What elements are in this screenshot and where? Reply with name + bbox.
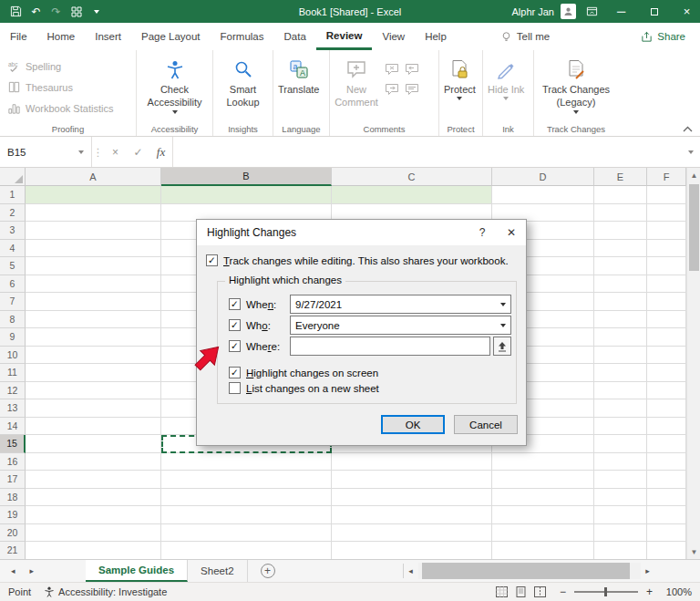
- cell-B19[interactable]: [161, 506, 332, 524]
- ribbon-display-options-icon[interactable]: [582, 2, 602, 21]
- cell-A17[interactable]: [26, 471, 161, 489]
- cell-A2[interactable]: [26, 204, 161, 223]
- cell-A4[interactable]: [26, 240, 161, 258]
- vertical-scrollbar[interactable]: ▲ ▼: [686, 168, 700, 559]
- cell-E21[interactable]: [594, 542, 647, 560]
- cell-E10[interactable]: [594, 347, 647, 365]
- row-header-4[interactable]: 4: [0, 240, 26, 258]
- track-changes-checkbox[interactable]: ✓: [206, 254, 218, 266]
- cell-E1[interactable]: [594, 186, 647, 204]
- column-header-C[interactable]: C: [332, 168, 492, 186]
- cell-A1[interactable]: [26, 186, 161, 204]
- select-all-corner[interactable]: [0, 168, 26, 186]
- cell-A21[interactable]: [26, 542, 161, 560]
- cell-F12[interactable]: [647, 382, 686, 400]
- hscroll-right-icon[interactable]: ▸: [641, 560, 655, 582]
- previous-comment-icon[interactable]: [402, 59, 422, 79]
- dialog-close-button[interactable]: ✕: [497, 220, 526, 245]
- cell-E20[interactable]: [594, 524, 647, 543]
- track-changes-legacy-button[interactable]: Track Changes (Legacy): [535, 52, 617, 114]
- cell-D1[interactable]: [492, 186, 594, 204]
- when-checkbox[interactable]: ✓: [229, 298, 241, 310]
- row-header-19[interactable]: 19: [0, 506, 26, 524]
- cell-F3[interactable]: [647, 222, 686, 240]
- cell-A7[interactable]: [26, 293, 161, 311]
- new-sheet-button[interactable]: +: [261, 564, 275, 578]
- cell-C17[interactable]: [332, 471, 492, 489]
- protect-button[interactable]: Protect: [440, 52, 479, 100]
- column-header-D[interactable]: D: [492, 168, 594, 186]
- cell-F13[interactable]: [647, 399, 686, 418]
- name-box-dropdown-icon[interactable]: [78, 150, 84, 154]
- where-checkbox[interactable]: ✓: [229, 340, 241, 352]
- cell-D21[interactable]: [492, 542, 594, 560]
- cell-E8[interactable]: [594, 311, 647, 329]
- cell-A13[interactable]: [26, 399, 161, 418]
- cell-F17[interactable]: [647, 471, 686, 489]
- where-input[interactable]: [290, 337, 490, 356]
- cell-F5[interactable]: [647, 257, 686, 275]
- sheet-tab-sample-guides[interactable]: Sample Guides: [86, 560, 188, 582]
- close-button[interactable]: ×: [674, 0, 700, 23]
- cell-E3[interactable]: [594, 222, 647, 240]
- cell-A19[interactable]: [26, 506, 161, 524]
- cell-E15[interactable]: [594, 435, 647, 453]
- cell-F8[interactable]: [647, 311, 686, 329]
- enter-entry-icon[interactable]: ✓: [127, 137, 149, 167]
- row-header-7[interactable]: 7: [0, 293, 26, 311]
- expand-formula-bar-icon[interactable]: [682, 137, 700, 167]
- row-header-17[interactable]: 17: [0, 471, 26, 489]
- vertical-scroll-thumb[interactable]: [689, 184, 699, 271]
- cell-F14[interactable]: [647, 418, 686, 436]
- cell-E16[interactable]: [594, 453, 647, 471]
- cell-C16[interactable]: [332, 453, 492, 471]
- zoom-slider-thumb[interactable]: [604, 587, 607, 596]
- cell-B17[interactable]: [161, 471, 332, 489]
- cell-C19[interactable]: [332, 506, 492, 524]
- spelling-button[interactable]: abc Spelling: [3, 56, 118, 77]
- cell-C1[interactable]: [332, 186, 492, 204]
- cell-F19[interactable]: [647, 506, 686, 524]
- normal-view-icon[interactable]: [496, 586, 508, 597]
- dialog-title-bar[interactable]: Highlight Changes ? ✕: [197, 220, 526, 245]
- column-header-F[interactable]: F: [647, 168, 686, 186]
- sheet-nav-left-icon[interactable]: ◂: [11, 566, 15, 575]
- row-header-3[interactable]: 3: [0, 222, 26, 240]
- zoom-level[interactable]: 100%: [661, 586, 692, 597]
- cell-F1[interactable]: [647, 186, 686, 204]
- cell-A16[interactable]: [26, 453, 161, 471]
- column-header-A[interactable]: A: [26, 168, 161, 186]
- highlight-screen-checkbox[interactable]: ✓: [229, 367, 241, 378]
- cell-C20[interactable]: [332, 524, 492, 543]
- hscroll-left-icon[interactable]: ◂: [404, 560, 418, 582]
- cell-C18[interactable]: [332, 489, 492, 507]
- save-icon[interactable]: [6, 2, 26, 21]
- hide-ink-button[interactable]: Hide Ink: [484, 52, 528, 100]
- translate-button[interactable]: aA Translate: [274, 52, 323, 96]
- row-header-1[interactable]: 1: [0, 186, 26, 204]
- user-avatar[interactable]: [561, 4, 576, 19]
- column-header-B[interactable]: B: [161, 168, 332, 186]
- workbook-statistics-button[interactable]: Workbook Statistics: [3, 98, 118, 119]
- zoom-out-icon[interactable]: −: [560, 585, 566, 598]
- cancel-entry-icon[interactable]: ×: [104, 137, 127, 167]
- cell-D19[interactable]: [492, 506, 594, 524]
- user-name[interactable]: Alphr Jan: [512, 6, 554, 17]
- cell-E4[interactable]: [594, 240, 647, 258]
- check-accessibility-button[interactable]: Check Accessibility: [138, 52, 211, 114]
- zoom-in-icon[interactable]: +: [646, 585, 653, 598]
- row-header-6[interactable]: 6: [0, 275, 26, 294]
- page-layout-view-icon[interactable]: [515, 586, 527, 597]
- cell-A9[interactable]: [26, 328, 161, 347]
- cell-F16[interactable]: [647, 453, 686, 471]
- cell-E12[interactable]: [594, 382, 647, 400]
- sheet-nav-right-icon[interactable]: ▸: [30, 566, 35, 575]
- who-dropdown-icon[interactable]: [495, 316, 510, 334]
- dialog-help-button[interactable]: ?: [468, 220, 497, 245]
- cell-A10[interactable]: [26, 347, 161, 365]
- tab-insert[interactable]: Insert: [85, 23, 131, 50]
- cell-D20[interactable]: [492, 524, 594, 543]
- undo-icon[interactable]: ↶: [26, 2, 46, 21]
- collapse-ribbon-icon[interactable]: [683, 126, 693, 132]
- page-break-view-icon[interactable]: [534, 586, 546, 597]
